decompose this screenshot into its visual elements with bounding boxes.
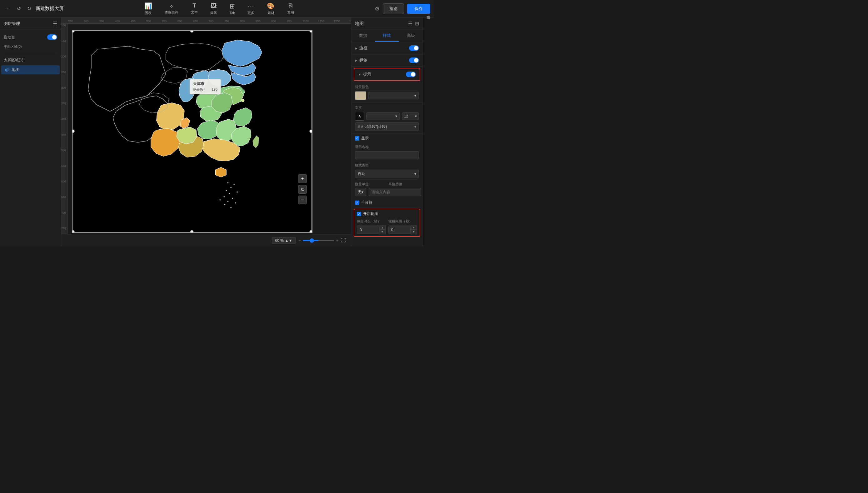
settings-icon[interactable]: ⚙ (375, 5, 379, 12)
ruler-mark: 850 (255, 20, 270, 23)
toolbar-copy-label: 复用 (287, 10, 294, 15)
undo-button[interactable]: ↺ (15, 4, 23, 13)
tab-style[interactable]: 样式 (375, 30, 399, 42)
back-button[interactable]: ← (4, 5, 13, 13)
duration-down-button[interactable]: ▼ (379, 230, 386, 234)
zoom-out-button[interactable]: − (298, 196, 307, 204)
china-map-svg (72, 30, 312, 232)
zoom-in-button[interactable]: + (298, 174, 307, 183)
zoom-out-icon[interactable]: − (298, 238, 301, 243)
unit-suffix-input[interactable] (369, 188, 421, 196)
interval-input[interactable] (388, 226, 411, 234)
svg-point-3 (227, 182, 229, 184)
svg-point-15 (235, 202, 236, 204)
divider-2 (355, 207, 419, 208)
unit-label-row: 数量单位 单位后缀 (355, 182, 419, 187)
toolbar-more[interactable]: ⋯ 更多 (245, 1, 257, 17)
canvas-inner: 100 150 200 250 300 350 400 450 500 550 … (61, 24, 351, 234)
display-label: 显示 (361, 135, 369, 141)
field-dropdown[interactable]: # # 记录数*(计数) ▾ (355, 123, 419, 131)
material-icon: 🎨 (267, 2, 275, 10)
thousand-sep-checkbox[interactable] (355, 200, 359, 205)
font-size-dropdown[interactable]: 12 ▾ (402, 112, 419, 120)
ruler-mark: 300 (83, 20, 99, 23)
grid-icon[interactable]: ⊞ (415, 21, 419, 26)
toolbar-chart-label: 图表 (145, 10, 152, 15)
field-dropdown-label: # 记录数*(计数) (361, 124, 413, 129)
fullscreen-button[interactable]: ⛶ (341, 238, 346, 243)
label-toggle[interactable] (409, 58, 419, 63)
zoom-in-icon[interactable]: + (336, 238, 339, 243)
redo-button[interactable]: ↻ (25, 4, 33, 13)
right-panel-body: ▶ 边框 ▶ 标签 ▼ 提示 (351, 42, 423, 246)
sidebar-header: 图层管理 ☰ (0, 18, 61, 30)
border-toggle[interactable] (409, 45, 419, 51)
toolbar-copy[interactable]: ⎘ 复用 (285, 1, 297, 16)
toolbar-material[interactable]: 🎨 素材 (264, 1, 277, 17)
display-check-row: 显示 (351, 134, 423, 143)
screen-group-header: 大屏区域(1) (0, 56, 61, 65)
border-title: 边框 (359, 45, 367, 51)
zoom-value: 60 % (275, 238, 284, 243)
display-name-label: 显示名称 (355, 145, 419, 149)
toolbar-media[interactable]: 🖼 媒体 (208, 1, 220, 16)
unit-section: 数量单位 单位后缀 无 ▾ (351, 180, 423, 198)
border-collapse-icon[interactable]: ▶ (355, 46, 357, 50)
toolbar-filter[interactable]: ⬦ 查询组件 (162, 1, 181, 16)
menu-icon[interactable]: ☰ (408, 21, 412, 26)
thousand-sep-label: 千分符 (361, 200, 372, 205)
text-color-dropdown[interactable]: ▾ (366, 112, 400, 120)
preview-button[interactable]: 预览 (383, 3, 404, 14)
copy-icon: ⎘ (289, 2, 292, 9)
display-checkbox[interactable] (355, 136, 359, 141)
interval-up-button[interactable]: ▲ (411, 225, 417, 230)
save-button[interactable]: 保存 (407, 4, 430, 14)
interval-down-button[interactable]: ▼ (411, 230, 417, 234)
sidebar-menu-button[interactable]: ☰ (53, 21, 57, 26)
tab-icon: ⊞ (230, 2, 235, 10)
tooltip-title-label: 提示 (363, 71, 371, 77)
carousel-header: 开启轮播 (357, 211, 417, 216)
canvas-area: 250 300 350 400 450 500 550 600 650 700 … (61, 18, 351, 246)
label-title: 标签 (359, 58, 367, 63)
unit-dropdown[interactable]: 无 ▾ (355, 188, 366, 196)
ruler-mark: 1250 (349, 20, 351, 23)
display-name-input[interactable] (355, 151, 419, 159)
toolbar-tab[interactable]: ⊞ Tab (227, 1, 238, 16)
format-dropdown[interactable]: 自动 ▾ (355, 170, 419, 178)
sidebar-title: 图层管理 (4, 21, 20, 26)
ruler-mark: 700 (208, 20, 224, 23)
svg-point-14 (219, 199, 221, 200)
svg-point-23 (190, 230, 193, 232)
page-title: 新建数据大屏 (36, 6, 64, 12)
toolbar-chart[interactable]: 📊 图表 (142, 1, 155, 17)
data-sidebar-dataset[interactable]: 数据集 (425, 20, 432, 25)
interval-label: 轮播间隔（秒） (388, 219, 417, 224)
carousel-checkbox[interactable] (357, 212, 361, 216)
text-color-box[interactable]: A (355, 112, 364, 121)
tooltip-toggle[interactable] (406, 71, 416, 77)
layer-item-map[interactable]: 地图 (1, 65, 60, 74)
toolbar-more-label: 更多 (247, 10, 254, 15)
ruler-mark: 1200 (333, 20, 349, 23)
bg-color-dropdown[interactable]: ▾ (368, 92, 419, 99)
zoom-control: 60 % ▲▼ − + ⛶ (272, 237, 346, 244)
bg-color-box[interactable] (355, 91, 366, 100)
tooltip-collapse-icon[interactable]: ▼ (358, 73, 361, 76)
toolbar-text[interactable]: T 文本 (189, 1, 200, 16)
tooltip-section-highlighted: ▼ 提示 (354, 68, 420, 81)
duration-input[interactable] (357, 226, 379, 234)
launch-toggle[interactable] (47, 34, 57, 40)
tab-data[interactable]: 数据 (351, 30, 375, 42)
ruler-mark: 650 (193, 20, 208, 23)
zoom-slider[interactable] (303, 240, 334, 241)
screen-title: 大屏区域(1) (4, 58, 23, 63)
map-canvas[interactable]: 天津市 记录数* 195 + ↻ − (72, 30, 312, 233)
duration-up-button[interactable]: ▲ (379, 225, 386, 230)
bg-color-picker-row: ▾ (355, 91, 419, 100)
tab-advanced[interactable]: 高级 (399, 30, 423, 42)
unit-suffix-label: 单位后缀 (388, 182, 419, 187)
canvas-content[interactable]: 天津市 记录数* 195 + ↻ − (67, 24, 351, 234)
label-collapse-icon[interactable]: ▶ (355, 59, 357, 62)
reset-button[interactable]: ↻ (298, 185, 307, 194)
